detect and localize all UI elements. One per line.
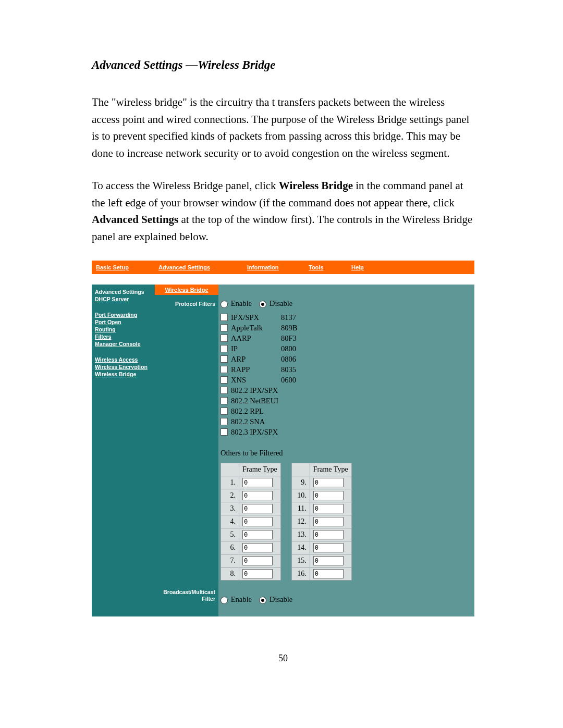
protocol-row: IPX/SPX8137 [221,312,474,323]
protocol-checkbox[interactable] [221,366,228,373]
frame-type-input[interactable] [242,543,273,552]
row-num: 1. [221,476,239,489]
sidebar-wireless-bridge[interactable]: Wireless Bridge [95,371,152,377]
protocol-hex: 80F3 [281,334,297,343]
label-spacer [155,313,218,589]
protocol-enable-radio[interactable] [221,301,228,308]
row-num: 15. [291,554,310,567]
protocol-row: XNS0600 [221,375,474,385]
table-row: 3. [221,502,281,515]
nav-tools[interactable]: Tools [309,264,351,270]
protocol-checkbox[interactable] [221,408,228,415]
table-row: 10. [291,489,351,502]
nav-information[interactable]: Information [247,264,309,270]
protocol-disable-radio[interactable] [259,301,266,308]
table-row: 13. [291,528,351,541]
frame-type-header: Frame Type [310,463,351,476]
frame-type-input[interactable] [242,491,273,500]
sidebar-filters[interactable]: Filters [95,334,152,340]
protocol-checkbox[interactable] [221,397,228,404]
protocol-row: AppleTalk809B [221,323,474,333]
protocol-name: IPX/SPX [231,313,281,322]
row-num: 13. [291,528,310,541]
frame-type-header: Frame Type [239,463,281,476]
frame-type-input[interactable] [242,569,273,578]
nav-help[interactable]: Help [351,264,364,270]
router-ui-screenshot: Basic Setup Advanced Settings Informatio… [92,261,474,616]
page-heading: Advanced Settings —Wireless Bridge [92,58,474,72]
sidebar-wireless-encryption[interactable]: Wireless Encryption [95,364,152,370]
frame-type-input[interactable] [313,504,344,513]
frame-type-input[interactable] [242,517,273,526]
protocol-checkbox[interactable] [221,387,228,394]
row-num: 16. [291,567,310,581]
broadcast-filter-radios: Enable Disable [218,591,474,608]
frame-type-input[interactable] [313,478,344,487]
protocol-filters-radios: Enable Disable [218,295,474,312]
sidebar-port-forwarding[interactable]: Port Forwarding [95,312,152,318]
frame-type-input[interactable] [242,556,273,565]
row-num: 7. [221,554,239,567]
protocol-checkbox[interactable] [221,324,228,331]
frame-type-input[interactable] [242,530,273,539]
frame-type-input[interactable] [242,478,273,487]
sidebar-gap [95,348,152,355]
protocol-checkbox[interactable] [221,314,228,321]
protocol-checkbox[interactable] [221,345,228,352]
table-row: 12. [291,515,351,528]
sidebar-wireless-access[interactable]: Wireless Access [95,356,152,363]
protocol-row: AARP80F3 [221,333,474,343]
protocol-checkbox[interactable] [221,428,228,436]
nav-advanced-settings[interactable]: Advanced Settings [158,264,247,270]
frame-type-input[interactable] [313,530,344,539]
disable-label: Disable [270,595,292,603]
table-row: 7. [221,554,281,567]
table-row: 9. [291,476,351,489]
protocol-checkbox[interactable] [221,418,228,425]
protocol-name: 802.3 IPX/SPX [231,428,281,437]
enable-label: Enable [231,299,252,307]
sidebar: Advanced Settings DHCP Server Port Forwa… [92,285,155,616]
row-num: 12. [291,515,310,528]
protocol-row: IP0800 [221,343,474,354]
protocol-row: ARP0806 [221,354,474,364]
p2-a: To access the Wireless Bridge panel, cli… [92,179,279,192]
frame-type-input[interactable] [313,517,344,526]
section-label-column: Wireless Bridge Protocol Filters Broadca… [155,285,218,616]
protocol-name: RAPP [231,365,281,374]
frame-type-input[interactable] [242,504,273,513]
broadcast-enable-radio[interactable] [221,597,228,604]
table-row: 1. [221,476,281,489]
table-row: 15. [291,554,351,567]
frame-type-tables: Frame Type 1. 2. 3. 4. 5. 6. 7. 8. Frame… [218,463,474,581]
sidebar-manager-console[interactable]: Manager Console [95,341,152,347]
table-row: 6. [221,541,281,554]
sidebar-dhcp-server[interactable]: DHCP Server [95,296,152,302]
others-filtered-label: Others to be Filtered [218,437,474,463]
protocol-checkbox[interactable] [221,335,228,342]
sidebar-routing[interactable]: Routing [95,326,152,332]
protocol-name: 802.2 IPX/SPX [231,386,281,395]
nav-basic-setup[interactable]: Basic Setup [96,264,158,270]
enable-label: Enable [231,595,252,603]
row-num: 10. [291,489,310,502]
broadcast-disable-radio[interactable] [259,597,266,604]
protocol-list: IPX/SPX8137 AppleTalk809B AARP80F3 IP080… [218,312,474,437]
page-number: 50 [92,653,474,664]
protocol-row: 802.2 RPL [221,406,474,416]
broadcast-filter-label: Broadcast/Multicast Filter [155,589,218,602]
protocol-name: ARP [231,355,281,364]
frame-type-input[interactable] [313,491,344,500]
protocol-checkbox[interactable] [221,376,228,384]
content-titlebar-pad [218,285,474,295]
sidebar-port-open[interactable]: Port Open [95,319,152,325]
protocol-name: XNS [231,376,281,385]
p2-advanced-settings: Advanced Settings [92,213,178,226]
protocol-checkbox[interactable] [221,355,228,363]
table-row: 2. [221,489,281,502]
frame-type-input[interactable] [313,569,344,578]
protocol-name: IP [231,344,281,353]
frame-type-input[interactable] [313,543,344,552]
frame-type-input[interactable] [313,556,344,565]
topbar-gap [92,274,474,285]
